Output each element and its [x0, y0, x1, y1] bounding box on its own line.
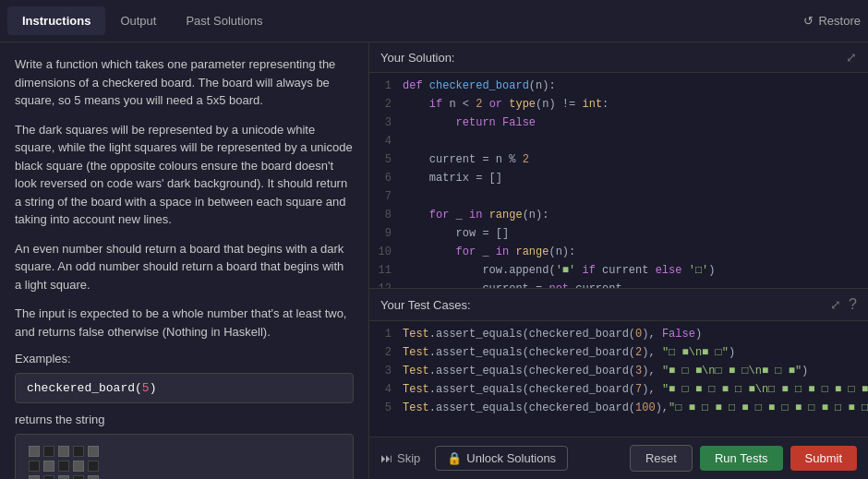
test-line: 4 Test.assert_equals(checkered_board(7),…	[369, 380, 868, 399]
example-num: 5	[142, 381, 150, 395]
unlock-solutions-button[interactable]: 🔒 Unlock Solutions	[435, 446, 568, 471]
expand-editor-icon[interactable]: ⤢	[846, 50, 857, 65]
unlock-label: Unlock Solutions	[466, 451, 556, 465]
board-cell	[58, 446, 69, 457]
description-2: The dark squares will be represented by …	[15, 121, 354, 229]
test-line: 2 Test.assert_equals(checkered_board(2),…	[369, 343, 868, 362]
reset-button[interactable]: Reset	[630, 445, 693, 472]
skip-button[interactable]: ⏭ Skip	[380, 451, 420, 465]
run-tests-button[interactable]: Run Tests	[700, 446, 783, 471]
code-area[interactable]: 1 def checkered_board(n): 2 if n < 2 or …	[369, 73, 868, 288]
code-line: 2 if n < 2 or type(n) != int:	[369, 95, 868, 114]
code-line: 9 row = []	[369, 224, 868, 243]
bottom-right: Reset Run Tests Submit	[630, 445, 857, 472]
board-row	[29, 475, 340, 479]
code-example: checkered_board(5)	[15, 373, 354, 403]
bottom-bar: ⏭ Skip 🔒 Unlock Solutions Reset Run Test…	[369, 437, 868, 479]
skip-label: Skip	[397, 451, 420, 465]
expand-tests-icon[interactable]: ⤢	[830, 297, 841, 312]
examples-label: Examples:	[15, 352, 354, 365]
code-editor-section: Your Solution: ⤢ 1 def checkered_board(n…	[369, 42, 868, 289]
restore-icon: ↺	[803, 14, 814, 28]
board-row	[29, 461, 340, 472]
editor-title: Your Solution:	[380, 51, 454, 65]
code-line: 7	[369, 187, 868, 206]
test-code-area[interactable]: 1 Test.assert_equals(checkered_board(0),…	[369, 321, 868, 437]
board-cell	[88, 461, 99, 472]
test-cases-section: Your Test Cases: ⤢ ? 1 Test.assert_equal…	[369, 289, 868, 437]
bottom-left: ⏭ Skip 🔒 Unlock Solutions	[380, 446, 568, 471]
code-line: 3 return False	[369, 114, 868, 132]
code-line: 1 def checkered_board(n):	[369, 77, 868, 95]
code-line: 11 row.append('■' if current else '□')	[369, 261, 868, 280]
board-cell	[43, 446, 54, 457]
board-grid	[15, 434, 354, 479]
board-cell	[73, 446, 84, 457]
code-line: 8 for _ in range(n):	[369, 206, 868, 224]
board-cell	[29, 446, 40, 457]
code-line: 12 current = not current	[369, 280, 868, 288]
restore-button[interactable]: ↺ Restore	[803, 14, 861, 28]
description-3: An even number should return a board tha…	[15, 240, 354, 294]
board-cell	[73, 475, 84, 479]
board-cell	[73, 461, 84, 472]
board-cell	[29, 461, 40, 472]
board-cell	[58, 475, 69, 479]
board-row	[29, 446, 340, 457]
board-cell	[88, 475, 99, 479]
editor-header: Your Solution: ⤢	[369, 42, 868, 73]
tab-instructions[interactable]: Instructions	[7, 6, 105, 35]
description-1: Write a function which takes one paramet…	[15, 55, 354, 110]
help-icon[interactable]: ?	[849, 296, 857, 313]
test-cases-title: Your Test Cases:	[380, 298, 471, 312]
submit-button[interactable]: Submit	[790, 446, 857, 471]
description-4: The input is expected to be a whole numb…	[15, 305, 354, 341]
test-line: 5 Test.assert_equals(checkered_board(100…	[369, 399, 868, 417]
board-cell	[43, 475, 54, 479]
board-cell	[29, 475, 40, 479]
returns-label: returns the string	[15, 413, 354, 426]
test-line: 1 Test.assert_equals(checkered_board(0),…	[369, 325, 868, 343]
main-layout: Write a function which takes one paramet…	[0, 42, 868, 479]
board-cell	[43, 461, 54, 472]
skip-icon: ⏭	[380, 451, 392, 465]
code-line: 6 matrix = []	[369, 169, 868, 187]
board-cell	[58, 461, 69, 472]
code-line: 5 current = n % 2	[369, 150, 868, 169]
instructions-panel: Write a function which takes one paramet…	[0, 42, 369, 479]
test-line: 3 Test.assert_equals(checkered_board(3),…	[369, 362, 868, 380]
tab-output[interactable]: Output	[105, 6, 171, 35]
code-line: 10 for _ in range(n):	[369, 243, 868, 261]
restore-label: Restore	[818, 14, 861, 28]
code-line: 4	[369, 132, 868, 150]
right-panel: Your Solution: ⤢ 1 def checkered_board(n…	[369, 42, 868, 479]
tab-bar: Instructions Output Past Solutions ↺ Res…	[0, 0, 868, 42]
lock-icon: 🔒	[447, 451, 462, 465]
tab-past-solutions[interactable]: Past Solutions	[171, 6, 277, 35]
test-cases-header: Your Test Cases: ⤢ ?	[369, 289, 868, 321]
board-cell	[88, 446, 99, 457]
